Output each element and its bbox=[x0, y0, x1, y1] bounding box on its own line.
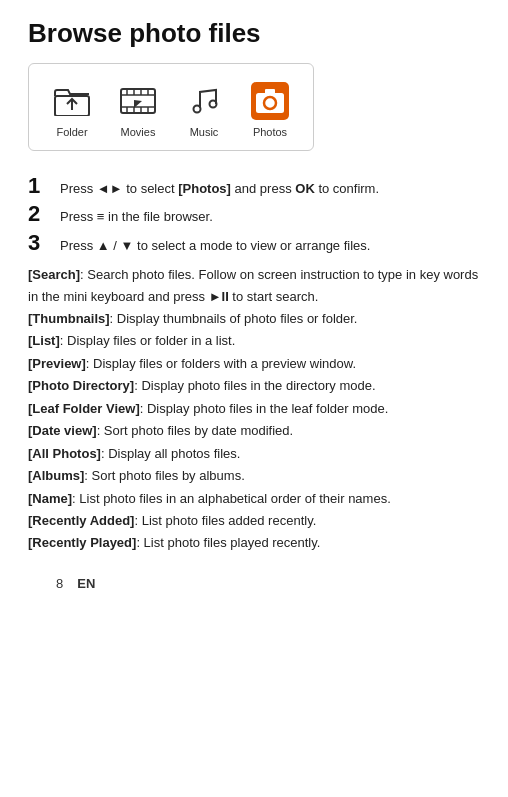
media-item-folder: Folder bbox=[53, 82, 91, 138]
desc-recently-played: [Recently Played]: List photo files play… bbox=[28, 532, 480, 553]
svg-point-19 bbox=[259, 96, 262, 99]
media-box: Folder Movies bbox=[28, 63, 314, 151]
desc-thumbnails: [Thumbnails]: Display thumbnails of phot… bbox=[28, 308, 480, 329]
photos-label: Photos bbox=[253, 126, 287, 138]
photos-icon bbox=[251, 82, 289, 120]
step-1-text: Press ◄► to select [Photos] and press OK… bbox=[60, 179, 379, 199]
steps-section: 1 Press ◄► to select [Photos] and press … bbox=[28, 173, 480, 256]
step-3-text: Press ▲ / ▼ to select a mode to view or … bbox=[60, 236, 370, 256]
music-icon bbox=[185, 82, 223, 120]
step-3: 3 Press ▲ / ▼ to select a mode to view o… bbox=[28, 230, 480, 256]
desc-list: [List]: Display files or folder in a lis… bbox=[28, 330, 480, 351]
description-block: [Search]: Search photo files. Follow on … bbox=[28, 264, 480, 554]
desc-all-photos: [All Photos]: Display all photos files. bbox=[28, 443, 480, 464]
footer-page-number: 8 bbox=[56, 576, 63, 591]
page-title: Browse photo files bbox=[28, 18, 480, 49]
movies-icon bbox=[119, 82, 157, 120]
desc-preview: [Preview]: Display files or folders with… bbox=[28, 353, 480, 374]
folder-icon bbox=[53, 82, 91, 120]
svg-point-18 bbox=[267, 100, 273, 106]
desc-search: [Search]: Search photo files. Follow on … bbox=[28, 264, 480, 307]
desc-date-view: [Date view]: Sort photo files by date mo… bbox=[28, 420, 480, 441]
desc-photo-directory: [Photo Directory]: Display photo files i… bbox=[28, 375, 480, 396]
step-1: 1 Press ◄► to select [Photos] and press … bbox=[28, 173, 480, 199]
desc-recently-added: [Recently Added]: List photo files added… bbox=[28, 510, 480, 531]
svg-point-14 bbox=[194, 106, 201, 113]
desc-albums: [Albums]: Sort photo files by albums. bbox=[28, 465, 480, 486]
step-1-num: 1 bbox=[28, 173, 50, 199]
music-label: Music bbox=[190, 126, 219, 138]
folder-label: Folder bbox=[56, 126, 87, 138]
step-3-num: 3 bbox=[28, 230, 50, 256]
step-2-num: 2 bbox=[28, 201, 50, 227]
media-item-movies: Movies bbox=[119, 82, 157, 138]
media-item-music: Music bbox=[185, 82, 223, 138]
desc-name: [Name]: List photo files in an alphabeti… bbox=[28, 488, 480, 509]
step-2-text: Press ≡ in the file browser. bbox=[60, 207, 213, 227]
footer: 8 EN bbox=[56, 576, 508, 591]
footer-language: EN bbox=[77, 576, 95, 591]
step-2: 2 Press ≡ in the file browser. bbox=[28, 201, 480, 227]
media-item-photos: Photos bbox=[251, 82, 289, 138]
desc-leaf-folder-view: [Leaf Folder View]: Display photo files … bbox=[28, 398, 480, 419]
movies-label: Movies bbox=[121, 126, 156, 138]
